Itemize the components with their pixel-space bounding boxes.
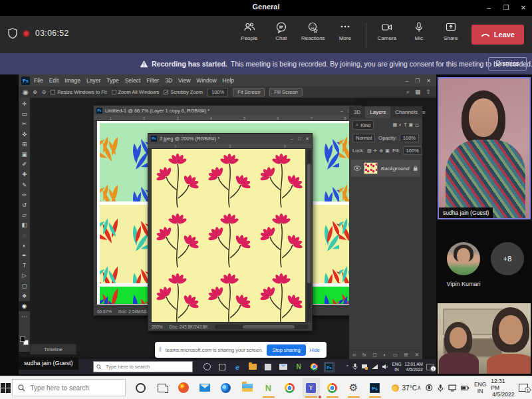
doc2-minimize-button[interactable]: – (291, 136, 293, 142)
workspace-icon[interactable]: ▦ (415, 88, 421, 96)
task-view-icon[interactable] (154, 378, 171, 398)
search-icon[interactable]: ⌕ (406, 88, 410, 96)
doc2-horizontal-scrollbar[interactable] (215, 325, 309, 329)
teams-icon[interactable]: T (303, 378, 320, 398)
overflow-participants-badge[interactable]: +8 (491, 242, 524, 275)
taskbar-search-box[interactable] (12, 379, 126, 396)
magic-wand-tool[interactable]: ✜ (19, 130, 30, 140)
move-tool[interactable]: ✛ (19, 99, 30, 109)
more-button[interactable]: More (334, 21, 356, 41)
task-view-icon[interactable] (217, 362, 227, 372)
tab-channels[interactable]: Channels (390, 106, 422, 118)
type-tool[interactable]: T (19, 261, 30, 271)
file-explorer-icon[interactable] (248, 362, 257, 372)
maximize-button[interactable]: ❐ (497, 0, 515, 16)
leave-button[interactable]: Leave (471, 25, 524, 45)
ps-minimize-button[interactable]: – (406, 78, 408, 84)
reactions-button[interactable]: Reactions (302, 21, 325, 41)
fill-value[interactable]: 100% (403, 146, 422, 155)
doc1-zoom-level[interactable]: 66.67% (97, 309, 112, 314)
layer-row-background[interactable]: Background (351, 160, 420, 177)
file-explorer-icon[interactable] (239, 378, 256, 398)
type-filter-icon[interactable]: T (404, 122, 406, 128)
doc2-vertical-scrollbar[interactable] (307, 150, 311, 321)
foreground-color-swatch[interactable] (20, 336, 25, 342)
adjustment-layer-icon[interactable]: ◐ (384, 352, 387, 358)
people-button[interactable]: People (238, 21, 261, 41)
scrubby-zoom-checkbox[interactable]: ✓Scrubby Zoom (164, 89, 203, 95)
tray-chevron-icon[interactable]: ∧ (417, 384, 422, 391)
lock-artboard-icon[interactable]: ▣ (385, 148, 390, 154)
cortana-icon[interactable] (202, 362, 211, 372)
menu-item[interactable]: Window (196, 77, 216, 84)
firefox-icon[interactable] (175, 378, 192, 398)
notification-center-icon[interactable]: 1 (519, 384, 528, 392)
zoom-tool-icon[interactable]: ◉ (23, 88, 29, 96)
zoom-tool[interactable]: ◉ (19, 301, 30, 311)
camera-button[interactable]: Camera (376, 21, 398, 41)
language-indicator[interactable]: ENGIN (474, 381, 486, 394)
smart-object-filter-icon[interactable]: ◻ (415, 122, 419, 128)
zoom-in-icon[interactable]: ⊕ (33, 89, 37, 95)
shared-search-input[interactable] (104, 363, 184, 370)
hand-tool[interactable]: ❖ (19, 291, 30, 301)
shape-filter-icon[interactable]: ▣ (409, 122, 414, 128)
shape-tool[interactable]: ▢ (19, 281, 30, 291)
hide-share-bar-link[interactable]: Hide (310, 347, 320, 353)
doc2-maximize-button[interactable]: □ (298, 136, 301, 142)
tab-3d[interactable]: 3D (349, 106, 365, 118)
panel-menu-icon[interactable]: ≡ (422, 110, 429, 116)
tray-flag-icon[interactable] (361, 364, 368, 370)
doc1-titlebar[interactable]: Ps Untitled-1 @ 66.7% (Layer 1 copy 6, R… (94, 106, 362, 116)
close-button[interactable]: ✕ (515, 0, 532, 16)
doc1-minimize-button[interactable]: – (340, 108, 343, 114)
drag-handle-icon[interactable]: ‖ (159, 346, 162, 353)
menu-item[interactable]: Layer (86, 77, 100, 84)
onenote-icon[interactable]: N (260, 378, 277, 398)
cortana-icon[interactable] (132, 378, 150, 398)
menu-item[interactable]: View (178, 77, 190, 84)
shared-language-indicator[interactable]: ENGIN (392, 362, 401, 372)
minimize-button[interactable]: – (480, 0, 497, 16)
link-layers-icon[interactable]: ∞ (352, 352, 356, 358)
tray-chevron-icon[interactable]: ⌃ (346, 364, 350, 370)
gradient-tool[interactable]: ◧ (19, 220, 30, 230)
resize-windows-checkbox[interactable]: Resize Windows to Fit (51, 89, 106, 95)
shared-clock[interactable]: 12:01 AM4/5/2022 (405, 362, 423, 372)
zoom-out-icon[interactable]: ⊖ (42, 89, 46, 95)
avatar-vipin-kumari[interactable] (447, 242, 480, 275)
store-icon[interactable] (263, 362, 273, 372)
history-brush-tool[interactable]: ↺ (19, 200, 30, 210)
tray-headset-icon[interactable] (426, 384, 433, 392)
tray-mic-icon[interactable] (352, 363, 358, 370)
doc2-titlebar[interactable]: Ps 2.jpeg @ 200% (RGB/8#) * – □ ✕ (148, 134, 312, 144)
photoshop-taskbar-icon[interactable]: Ps (366, 378, 384, 398)
start-button[interactable] (0, 376, 12, 399)
edge-icon[interactable] (217, 378, 235, 398)
menu-item[interactable]: Edit (49, 77, 59, 84)
participant-video-bottom[interactable] (438, 303, 531, 374)
zoom-all-windows-checkbox[interactable]: Zoom All Windows (112, 89, 160, 95)
doc2-zoom-level[interactable]: 200% (152, 325, 163, 329)
shared-search-box[interactable] (93, 361, 193, 372)
healing-brush-tool[interactable]: ✚ (19, 170, 30, 180)
menu-item[interactable]: File (34, 77, 43, 84)
ps-close-button[interactable]: ✕ (426, 78, 431, 84)
delete-layer-icon[interactable]: ✕ (415, 352, 419, 358)
chrome-profile-icon[interactable] (324, 378, 341, 398)
tray-display-icon[interactable] (448, 384, 457, 392)
crop-tool[interactable]: ⊞ (19, 140, 30, 150)
brush-tool[interactable]: ✎ (19, 180, 30, 190)
chrome-icon[interactable] (309, 362, 319, 372)
marquee-tool[interactable]: ▭ (19, 109, 30, 119)
dismiss-button[interactable]: Dismiss (488, 57, 527, 70)
opacity-value[interactable]: 100% (400, 134, 419, 142)
toolbar-more[interactable]: ⋯ (19, 311, 30, 321)
menu-item[interactable]: 3D (165, 77, 172, 84)
fit-screen-button[interactable]: Fit Screen (233, 88, 265, 96)
tab-layers[interactable]: Layers (365, 106, 390, 118)
path-select-tool[interactable]: ▷ (19, 271, 30, 281)
layer-mask-icon[interactable]: ◻ (373, 352, 377, 358)
menu-item[interactable]: Select (125, 77, 141, 84)
zoom-percent-field[interactable]: 100% (207, 88, 228, 96)
